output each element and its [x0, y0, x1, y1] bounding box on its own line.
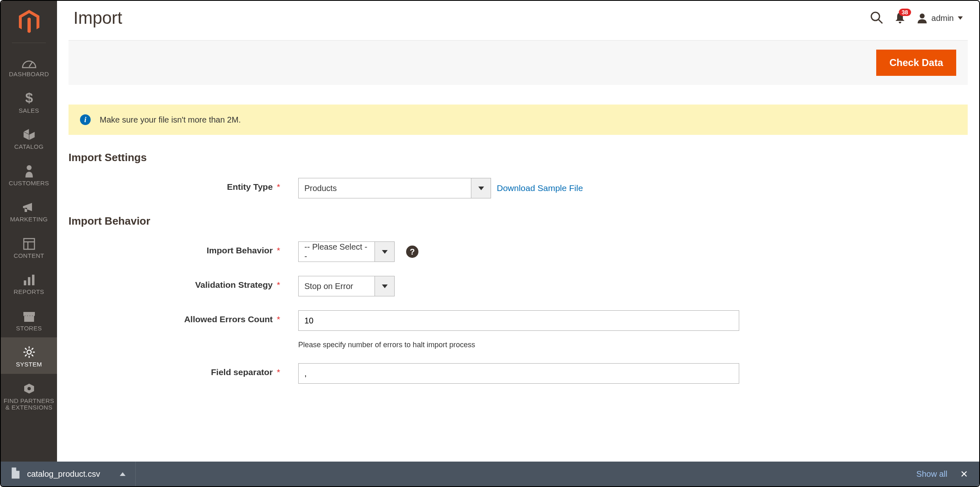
- validation-strategy-label: Validation Strategy*: [69, 276, 298, 290]
- file-icon: [11, 467, 20, 481]
- notification-badge: 38: [899, 9, 911, 16]
- sidebar-label: MARKETING: [3, 216, 55, 223]
- svg-line-12: [879, 20, 882, 23]
- action-bar: Check Data: [69, 40, 968, 85]
- partners-icon: [3, 380, 55, 395]
- validation-strategy-select[interactable]: Stop on Error: [298, 276, 395, 296]
- download-filename: catalog_product.csv: [27, 469, 100, 479]
- select-trigger[interactable]: [375, 276, 394, 296]
- chevron-down-icon: [958, 16, 963, 20]
- customers-icon: [3, 163, 55, 178]
- user-menu[interactable]: admin: [917, 13, 963, 23]
- reports-icon: [3, 271, 55, 286]
- download-bar: catalog_product.csv Show all ×: [1, 462, 979, 486]
- svg-point-2: [27, 165, 32, 170]
- allowed-errors-input[interactable]: [298, 310, 739, 331]
- field-separator-input[interactable]: [298, 363, 739, 384]
- svg-point-11: [871, 12, 879, 20]
- import-behavior-select[interactable]: -- Please Select --: [298, 241, 395, 262]
- download-sample-link[interactable]: Download Sample File: [497, 183, 583, 193]
- help-icon[interactable]: ?: [406, 246, 418, 258]
- sidebar-item-marketing[interactable]: MARKETING: [1, 192, 57, 229]
- svg-point-13: [920, 14, 925, 18]
- field-separator-label: Field separator*: [69, 363, 298, 377]
- magento-logo[interactable]: [1, 1, 57, 43]
- sidebar-item-reports[interactable]: REPORTS: [1, 265, 57, 301]
- svg-point-10: [27, 387, 31, 390]
- sidebar-item-customers[interactable]: CUSTOMERS: [1, 156, 57, 193]
- chevron-down-icon: [382, 284, 388, 288]
- sidebar-label: DASHBOARD: [3, 71, 55, 78]
- notifications-button[interactable]: 38: [895, 12, 905, 25]
- import-behavior-heading: Import Behavior: [69, 215, 968, 228]
- sidebar-item-partners[interactable]: FIND PARTNERS & EXTENSIONS: [1, 374, 57, 417]
- user-label: admin: [932, 14, 954, 23]
- info-message: i Make sure your file isn't more than 2M…: [69, 105, 968, 135]
- page-title: Import: [73, 8, 870, 28]
- info-icon: i: [80, 114, 91, 125]
- sidebar-label: REPORTS: [3, 289, 55, 296]
- stores-icon: [3, 308, 55, 323]
- import-settings-heading: Import Settings: [69, 151, 968, 164]
- allowed-errors-label: Allowed Errors Count*: [69, 310, 298, 324]
- entity-type-label: Entity Type*: [69, 178, 298, 192]
- catalog-icon: [3, 126, 55, 141]
- import-behavior-label: Import Behavior*: [69, 241, 298, 255]
- sidebar-divider: [12, 43, 46, 43]
- system-icon: [3, 344, 55, 359]
- sidebar-item-dashboard[interactable]: DASHBOARD: [1, 47, 57, 84]
- svg-rect-8: [32, 275, 34, 285]
- sales-icon: $: [3, 90, 55, 105]
- content-icon: [3, 235, 55, 250]
- allowed-errors-hint: Please specify number of errors to halt …: [298, 341, 475, 349]
- sidebar-item-sales[interactable]: $ SALES: [1, 84, 57, 120]
- select-trigger[interactable]: [471, 178, 491, 198]
- select-trigger[interactable]: [375, 242, 394, 262]
- show-all-link[interactable]: Show all: [916, 469, 948, 479]
- entity-type-select[interactable]: Products: [298, 178, 491, 198]
- chevron-down-icon: [382, 250, 388, 254]
- svg-text:$: $: [25, 91, 33, 105]
- download-item[interactable]: catalog_product.csv: [1, 462, 136, 486]
- user-icon: [917, 13, 927, 23]
- page-header: Import 38 admin: [57, 1, 979, 40]
- sidebar-label: CATALOG: [3, 143, 55, 150]
- sidebar: DASHBOARD $ SALES CATALOG CUSTOMERS MARK…: [1, 1, 57, 486]
- svg-line-0: [29, 62, 32, 67]
- sidebar-item-system[interactable]: SYSTEM: [1, 337, 57, 374]
- chevron-down-icon: [478, 187, 484, 190]
- search-icon[interactable]: [870, 11, 883, 25]
- svg-rect-7: [28, 277, 30, 285]
- check-data-button[interactable]: Check Data: [876, 50, 956, 76]
- svg-point-9: [27, 350, 31, 354]
- dashboard-icon: [3, 54, 55, 68]
- sidebar-label: SALES: [3, 107, 55, 114]
- chevron-up-icon: [120, 472, 126, 476]
- sidebar-item-catalog[interactable]: CATALOG: [1, 120, 57, 156]
- info-message-text: Make sure your file isn't more than 2M.: [100, 115, 241, 125]
- sidebar-item-stores[interactable]: STORES: [1, 301, 57, 338]
- sidebar-label: STORES: [3, 325, 55, 332]
- svg-rect-6: [24, 280, 26, 285]
- sidebar-item-content[interactable]: CONTENT: [1, 229, 57, 265]
- sidebar-label: CUSTOMERS: [3, 180, 55, 187]
- sidebar-label: SYSTEM: [3, 361, 55, 368]
- sidebar-label: FIND PARTNERS & EXTENSIONS: [3, 398, 55, 411]
- svg-rect-3: [24, 239, 34, 249]
- marketing-icon: [3, 199, 55, 214]
- sidebar-label: CONTENT: [3, 253, 55, 259]
- close-icon[interactable]: ×: [960, 468, 968, 480]
